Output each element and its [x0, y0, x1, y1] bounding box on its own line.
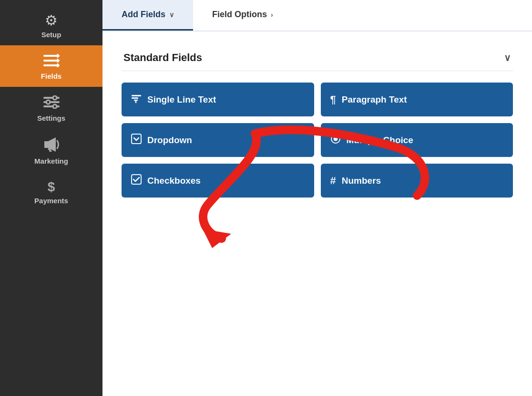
multiple-choice-icon — [330, 134, 341, 146]
svg-point-8 — [53, 96, 57, 100]
sidebar-item-payments[interactable]: $ Payments — [0, 172, 102, 211]
numbers-button[interactable]: # Numbers — [321, 164, 513, 198]
sidebar-item-fields[interactable]: Fields — [0, 45, 102, 87]
sidebar-item-setup[interactable]: ⚙ Setup — [0, 5, 102, 45]
svg-point-14 — [53, 104, 57, 108]
sidebar-label-setup: Setup — [41, 31, 61, 39]
marketing-icon — [43, 137, 60, 154]
fields-icon — [43, 54, 60, 69]
sidebar-label-marketing: Marketing — [34, 157, 68, 165]
tab-add-fields-label: Add Fields — [122, 10, 165, 20]
svg-point-11 — [46, 100, 50, 104]
gear-icon: ⚙ — [45, 13, 58, 28]
multiple-choice-label: Multiple Choice — [347, 135, 413, 146]
tab-field-options-label: Field Options — [212, 10, 267, 20]
checkboxes-button[interactable]: Checkboxes — [122, 164, 314, 198]
numbers-icon: # — [330, 175, 336, 187]
payments-icon: $ — [48, 180, 55, 194]
checkboxes-icon — [131, 174, 142, 187]
sidebar-item-settings[interactable]: Settings — [0, 87, 102, 129]
settings-icon — [43, 95, 60, 111]
tab-add-fields-arrow: ∨ — [169, 11, 174, 19]
svg-point-24 — [333, 137, 338, 141]
paragraph-text-label: Paragraph Text — [342, 94, 407, 105]
sidebar-item-marketing[interactable]: Marketing — [0, 129, 102, 172]
tab-field-options[interactable]: Field Options › — [193, 0, 292, 31]
single-line-text-icon — [131, 93, 142, 106]
dropdown-button[interactable]: Dropdown — [122, 123, 314, 157]
fields-panel: Standard Fields ∨ Single Line Text ¶ Pa — [102, 31, 532, 396]
single-line-text-label: Single Line Text — [147, 94, 216, 105]
sidebar: ⚙ Setup Fields — [0, 0, 102, 396]
tab-add-fields[interactable]: Add Fields ∨ — [102, 0, 193, 31]
svg-rect-3 — [57, 54, 59, 58]
chevron-down-icon[interactable]: ∨ — [504, 52, 511, 63]
svg-rect-22 — [132, 134, 141, 144]
svg-rect-5 — [57, 63, 59, 67]
paragraph-text-icon: ¶ — [330, 94, 336, 106]
fields-grid: Single Line Text ¶ Paragraph Text Dropdo… — [122, 83, 513, 198]
main-panel: Add Fields ∨ Field Options › Standard Fi… — [102, 0, 532, 396]
svg-rect-18 — [132, 95, 141, 96]
numbers-label: Numbers — [342, 176, 381, 186]
sidebar-label-fields: Fields — [41, 72, 61, 80]
tab-bar: Add Fields ∨ Field Options › — [102, 0, 532, 31]
dropdown-label: Dropdown — [147, 135, 192, 146]
svg-rect-4 — [57, 59, 59, 63]
paragraph-text-button[interactable]: ¶ Paragraph Text — [321, 83, 513, 116]
single-line-text-button[interactable]: Single Line Text — [122, 83, 314, 116]
standard-fields-header: Standard Fields ∨ — [122, 46, 513, 71]
svg-rect-19 — [132, 97, 138, 99]
standard-fields-title: Standard Fields — [123, 52, 202, 64]
checkboxes-label: Checkboxes — [147, 176, 201, 186]
dropdown-icon — [131, 134, 142, 146]
tab-field-options-arrow: › — [271, 11, 273, 19]
multiple-choice-button[interactable]: Multiple Choice — [321, 123, 513, 157]
sidebar-label-payments: Payments — [34, 197, 68, 205]
sidebar-label-settings: Settings — [37, 114, 65, 122]
